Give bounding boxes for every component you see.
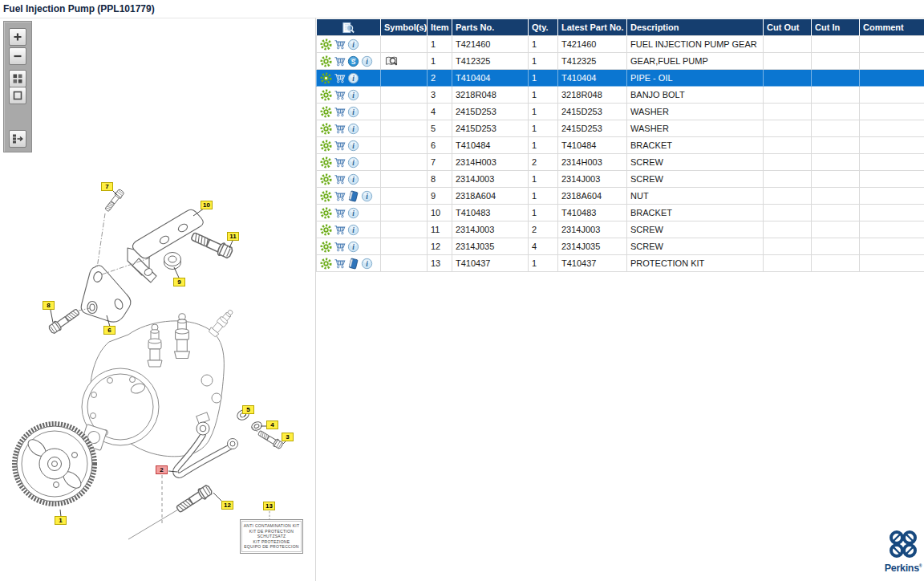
cell-latest-part-no[interactable]: T410484: [558, 137, 627, 154]
cell-parts-no[interactable]: T421460: [452, 36, 529, 53]
cell-qty[interactable]: 2: [529, 221, 558, 238]
symbol-book-icon[interactable]: [384, 55, 399, 67]
cart-icon[interactable]: [334, 190, 346, 202]
cell-description[interactable]: PIPE - OIL: [627, 70, 764, 87]
cell-qty[interactable]: 1: [529, 171, 558, 188]
gear-icon[interactable]: [320, 173, 332, 185]
info-icon[interactable]: [347, 123, 359, 135]
cell-item[interactable]: 9: [428, 188, 452, 205]
cell-comment[interactable]: [860, 188, 924, 205]
cell-description[interactable]: GEAR,FUEL PUMP: [627, 53, 764, 70]
cell-item[interactable]: 8: [428, 171, 452, 188]
cart-icon[interactable]: [334, 140, 346, 152]
cell-comment[interactable]: [860, 70, 924, 87]
cell-comment[interactable]: [860, 221, 924, 238]
cell-symbols[interactable]: [381, 120, 428, 137]
cell-item[interactable]: 1: [428, 53, 452, 70]
cell-description[interactable]: BRACKET: [627, 205, 764, 221]
cell-comment[interactable]: [860, 120, 924, 137]
cell-item[interactable]: 2: [428, 70, 452, 87]
cell-comment[interactable]: [860, 36, 924, 53]
cell-qty[interactable]: 1: [529, 205, 558, 221]
cell-item[interactable]: 13: [428, 255, 452, 272]
cell-comment[interactable]: [860, 171, 924, 188]
table-row[interactable]: 2T4104041T410404PIPE - OIL: [317, 70, 924, 87]
table-row[interactable]: 13T4104371T410437PROTECTION KIT: [317, 255, 924, 272]
cell-item[interactable]: 5: [428, 120, 452, 137]
cell-qty[interactable]: 2: [529, 154, 558, 171]
cell-latest-part-no[interactable]: T410483: [558, 205, 627, 221]
cell-cut-in[interactable]: [812, 255, 860, 272]
cell-cut-out[interactable]: [764, 238, 812, 255]
cart-icon[interactable]: [334, 39, 346, 51]
part-label-6[interactable]: 6: [103, 326, 116, 335]
gear-icon[interactable]: [320, 207, 332, 219]
cell-parts-no[interactable]: 2415D253: [452, 120, 529, 137]
gear-icon[interactable]: [320, 89, 332, 101]
cell-item[interactable]: 1: [428, 36, 452, 53]
cell-item[interactable]: 11: [428, 221, 452, 238]
cell-cut-out[interactable]: [764, 154, 812, 171]
cell-comment[interactable]: [860, 87, 924, 104]
cell-qty[interactable]: 1: [529, 70, 558, 87]
part-label-1[interactable]: 1: [55, 516, 67, 525]
cell-symbols[interactable]: [381, 53, 428, 70]
cell-qty[interactable]: 1: [529, 255, 558, 272]
table-row[interactable]: 112314J00322314J003SCREW: [317, 221, 924, 238]
cart-icon[interactable]: [334, 156, 346, 169]
nut-9-drawing[interactable]: [164, 253, 181, 270]
cell-item[interactable]: 7: [428, 154, 452, 171]
gear-icon[interactable]: [320, 106, 332, 118]
cell-latest-part-no[interactable]: T410437: [558, 255, 627, 272]
cell-comment[interactable]: [860, 104, 924, 120]
cell-item[interactable]: 6: [428, 137, 452, 154]
cell-cut-out[interactable]: [764, 255, 812, 272]
cart-icon[interactable]: [334, 224, 346, 236]
cell-cut-out[interactable]: [764, 171, 812, 188]
cell-description[interactable]: WASHER: [627, 104, 764, 120]
cell-cut-out[interactable]: [764, 36, 812, 53]
cell-symbols[interactable]: [381, 255, 428, 272]
gear-icon[interactable]: [320, 224, 332, 236]
bracket-10-drawing[interactable]: [128, 209, 203, 282]
cell-comment[interactable]: [860, 205, 924, 221]
cart-icon[interactable]: [334, 55, 346, 67]
cell-qty[interactable]: 1: [529, 137, 558, 154]
cell-cut-out[interactable]: [764, 104, 812, 120]
info-icon[interactable]: [361, 190, 373, 202]
cell-description[interactable]: SCREW: [627, 154, 764, 171]
cell-symbols[interactable]: [381, 137, 428, 154]
cell-qty[interactable]: 1: [529, 120, 558, 137]
gear-icon[interactable]: [320, 156, 332, 169]
table-row[interactable]: 6T4104841T410484BRACKET: [317, 137, 924, 154]
table-row[interactable]: 10T4104831T410483BRACKET: [317, 205, 924, 221]
cell-cut-in[interactable]: [812, 188, 860, 205]
cart-icon[interactable]: [334, 72, 346, 84]
part-label-11[interactable]: 11: [227, 232, 239, 241]
cart-icon[interactable]: [334, 241, 346, 253]
table-row[interactable]: 122314J03542314J035SCREW: [317, 238, 924, 255]
cell-parts-no[interactable]: 2314H003: [452, 154, 529, 171]
cell-cut-out[interactable]: [764, 87, 812, 104]
part-label-7[interactable]: 7: [101, 182, 113, 191]
cell-latest-part-no[interactable]: 2318A604: [558, 188, 627, 205]
bracket-6-drawing[interactable]: [81, 266, 131, 322]
cell-parts-no[interactable]: T410483: [452, 205, 529, 221]
cell-latest-part-no[interactable]: 2314H003: [558, 154, 627, 171]
cell-cut-in[interactable]: [812, 70, 860, 87]
cell-qty[interactable]: 1: [529, 53, 558, 70]
info-icon[interactable]: [347, 156, 359, 169]
cell-comment[interactable]: [860, 154, 924, 171]
table-row[interactable]: 1T4123251T412325GEAR,FUEL PUMP: [317, 53, 924, 70]
gear-icon[interactable]: [320, 39, 332, 51]
book-icon[interactable]: [347, 258, 359, 270]
part-label-2[interactable]: 2: [156, 465, 168, 474]
cell-item[interactable]: 4: [428, 104, 452, 120]
table-row[interactable]: 82314J00312314J003SCREW: [317, 171, 924, 188]
s-icon[interactable]: [347, 55, 359, 67]
cell-symbols[interactable]: [381, 87, 428, 104]
cell-cut-in[interactable]: [812, 104, 860, 120]
part-label-13[interactable]: 13: [263, 502, 275, 510]
gear-icon[interactable]: [320, 258, 332, 270]
table-row[interactable]: 33218R04813218R048BANJO BOLT: [317, 87, 924, 104]
